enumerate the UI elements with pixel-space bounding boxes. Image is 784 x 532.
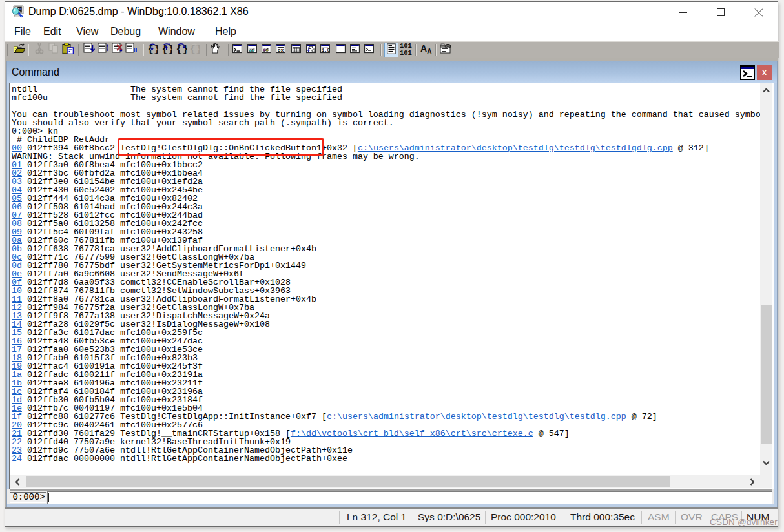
svg-text:{}: {} [190,44,201,54]
svg-text:1.0: 1.0 [322,47,330,52]
svg-text:{}: {} [162,44,173,54]
svg-text:{}: {} [176,44,187,54]
